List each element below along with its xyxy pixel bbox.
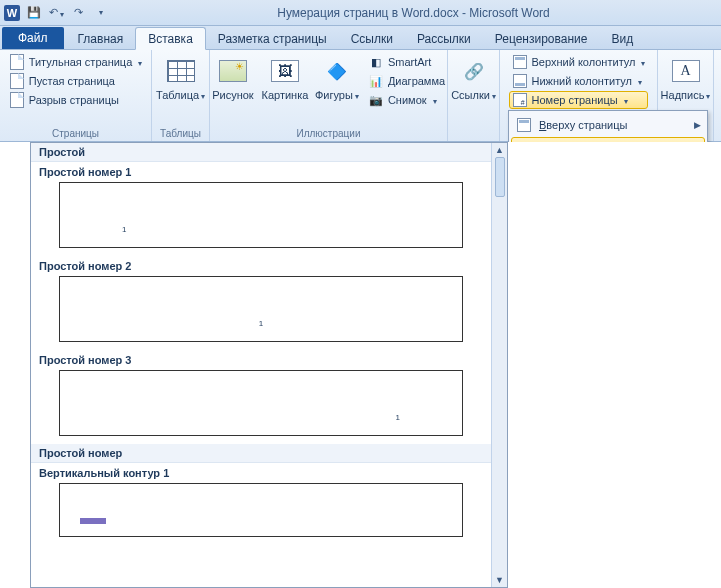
quick-access-toolbar: 💾 ↶ ↷ xyxy=(24,3,110,23)
gallery-section-simple: Простой xyxy=(31,143,491,162)
ribbon-tabs: Файл Главная Вставка Разметка страницы С… xyxy=(0,26,721,50)
page-number-preview: 1 xyxy=(259,319,263,328)
links-label: Ссылки xyxy=(451,89,490,101)
gallery-item-1-title: Простой номер 1 xyxy=(31,162,491,180)
footer-button[interactable]: Нижний колонтитул xyxy=(509,72,649,90)
group-tables-label: Таблицы xyxy=(152,128,209,139)
table-label: Таблица xyxy=(156,89,199,101)
menu-top-label: Вверху страницы xyxy=(539,119,627,131)
page-icon xyxy=(9,92,25,108)
screenshot-icon: 📷 xyxy=(368,92,384,108)
page-number-button[interactable]: #Номер страницы xyxy=(509,91,649,109)
chart-label: Диаграмма xyxy=(388,75,445,87)
cover-page-button[interactable]: Титульная страница xyxy=(6,53,146,71)
page-number-label: Номер страницы xyxy=(532,94,618,106)
gallery-scrollbar[interactable]: ▲ ▼ xyxy=(491,143,507,587)
gallery-item-4[interactable] xyxy=(59,483,463,537)
tab-mailings[interactable]: Рассылки xyxy=(405,28,483,49)
screenshot-label: Снимок xyxy=(388,94,427,106)
tab-review[interactable]: Рецензирование xyxy=(483,28,600,49)
gallery-section-simple-number: Простой номер xyxy=(31,444,491,463)
header-button[interactable]: Верхний колонтитул xyxy=(509,53,649,71)
shapes-button[interactable]: 🔷Фигуры xyxy=(313,53,361,102)
group-links: 🔗Ссылки xyxy=(448,50,500,141)
undo-icon: ↶ xyxy=(49,6,58,19)
smartart-label: SmartArt xyxy=(388,56,431,68)
textbox-button[interactable]: AНадпись xyxy=(662,53,710,102)
group-illustrations: Рисунок 🖼Картинка 🔷Фигуры ◧SmartArt 📊Диа… xyxy=(210,50,448,141)
cover-page-label: Титульная страница xyxy=(29,56,133,68)
chart-icon: 📊 xyxy=(368,73,384,89)
screenshot-button[interactable]: 📷Снимок xyxy=(365,91,448,109)
qat-customize[interactable] xyxy=(90,3,110,23)
footer-icon xyxy=(512,73,528,89)
scroll-down-icon[interactable]: ▼ xyxy=(495,575,504,585)
group-illustrations-label: Иллюстрации xyxy=(210,128,447,139)
chevron-right-icon: ▶ xyxy=(694,120,701,130)
tab-references[interactable]: Ссылки xyxy=(339,28,405,49)
shapes-icon: 🔷 xyxy=(321,55,353,87)
gallery-item-3[interactable]: 1 xyxy=(59,370,463,436)
table-button[interactable]: Таблица xyxy=(157,53,205,102)
window-title: Нумерация страниц в Word.docx - Microsof… xyxy=(110,6,717,20)
picture-button[interactable]: Рисунок xyxy=(209,53,257,101)
group-tables: Таблица Таблицы xyxy=(152,50,210,141)
tab-file[interactable]: Файл xyxy=(2,27,64,49)
page-number-preview: 1 xyxy=(122,225,126,234)
gallery-item-3-title: Простой номер 3 xyxy=(31,350,491,368)
gallery-body: Простой Простой номер 1 1 Простой номер … xyxy=(31,143,491,587)
page-break-label: Разрыв страницы xyxy=(29,94,119,106)
redo-button[interactable]: ↷ xyxy=(68,3,88,23)
tab-insert[interactable]: Вставка xyxy=(135,27,206,50)
tab-layout[interactable]: Разметка страницы xyxy=(206,28,339,49)
undo-button[interactable]: ↶ xyxy=(46,3,66,23)
group-pages-label: Страницы xyxy=(0,128,151,139)
clipart-icon: 🖼 xyxy=(269,55,301,87)
blank-page-label: Пустая страница xyxy=(29,75,115,87)
blank-page-button[interactable]: Пустая страница xyxy=(6,72,146,90)
table-icon xyxy=(165,55,197,87)
picture-label: Рисунок xyxy=(212,89,254,101)
group-pages: Титульная страница Пустая страница Разры… xyxy=(0,50,152,141)
tab-home[interactable]: Главная xyxy=(66,28,136,49)
save-button[interactable]: 💾 xyxy=(24,3,44,23)
scroll-thumb[interactable] xyxy=(495,157,505,197)
title-bar: W 💾 ↶ ↷ Нумерация страниц в Word.docx - … xyxy=(0,0,721,26)
gallery-item-4-title: Вертикальный контур 1 xyxy=(31,463,491,481)
header-label: Верхний колонтитул xyxy=(532,56,636,68)
page-number-preview: 1 xyxy=(396,413,400,422)
link-icon: 🔗 xyxy=(458,55,490,87)
tab-view[interactable]: Вид xyxy=(599,28,645,49)
page-number-gallery: Простой Простой номер 1 1 Простой номер … xyxy=(30,142,508,588)
page-number-icon: # xyxy=(512,92,528,108)
app-icon: W xyxy=(4,5,20,21)
chart-button[interactable]: 📊Диаграмма xyxy=(365,72,448,90)
footer-label: Нижний колонтитул xyxy=(532,75,632,87)
smartart-button[interactable]: ◧SmartArt xyxy=(365,53,448,71)
clipart-button[interactable]: 🖼Картинка xyxy=(261,53,309,101)
page-break-button[interactable]: Разрыв страницы xyxy=(6,91,146,109)
clipart-label: Картинка xyxy=(261,89,308,101)
picture-icon xyxy=(217,55,249,87)
smartart-icon: ◧ xyxy=(368,54,384,70)
header-icon xyxy=(512,54,528,70)
preview-accent xyxy=(80,518,106,524)
shapes-label: Фигуры xyxy=(315,89,353,101)
gallery-item-2[interactable]: 1 xyxy=(59,276,463,342)
page-icon xyxy=(9,54,25,70)
gallery-item-1[interactable]: 1 xyxy=(59,182,463,248)
work-area: Простой Простой номер 1 1 Простой номер … xyxy=(0,142,721,588)
page-icon xyxy=(9,73,25,89)
gallery-item-2-title: Простой номер 2 xyxy=(31,256,491,274)
links-button[interactable]: 🔗Ссылки xyxy=(450,53,498,102)
page-icon xyxy=(515,116,533,134)
scroll-up-icon[interactable]: ▲ xyxy=(495,145,504,155)
textbox-label: Надпись xyxy=(661,89,705,101)
textbox-icon: A xyxy=(670,55,702,87)
menu-top-of-page[interactable]: Вверху страницы ▶ xyxy=(511,113,705,137)
